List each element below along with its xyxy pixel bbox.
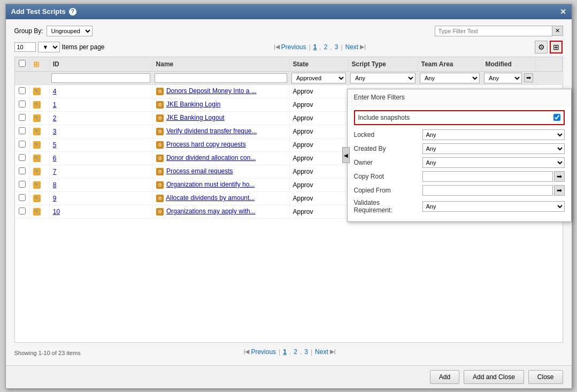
filter-teamarea-select[interactable]: Any xyxy=(420,73,480,83)
row-state: Approv xyxy=(293,88,313,95)
bottom-page-3-link[interactable]: 3 xyxy=(304,348,308,356)
filter-go-icon[interactable]: ➡ xyxy=(524,73,533,82)
row-checkbox-2[interactable] xyxy=(19,114,26,121)
select-all-checkbox[interactable] xyxy=(19,60,26,67)
row-icon-0: ⚙ xyxy=(156,88,164,95)
include-snapshots-checkbox[interactable] xyxy=(553,114,560,121)
add-button[interactable]: Add xyxy=(430,370,459,384)
row-checkbox-6[interactable] xyxy=(19,167,26,174)
last-page-icon[interactable]: ▶| xyxy=(360,43,366,50)
row-type-icon: 🔧 xyxy=(33,114,41,122)
copy-root-ref-button[interactable]: ➡ xyxy=(554,171,565,182)
bottom-first-page-icon[interactable]: |◀ xyxy=(244,348,250,355)
bottom-prev-page-link[interactable]: Previous xyxy=(251,348,276,356)
col-header-actions xyxy=(535,57,562,72)
owner-filter-row: Owner Any xyxy=(354,157,565,168)
row-name-link[interactable]: Organization must identify ho... xyxy=(166,181,255,188)
owner-select[interactable]: Any xyxy=(422,157,565,168)
filter-id-input[interactable] xyxy=(51,73,150,83)
close-icon[interactable]: ✕ xyxy=(560,7,566,16)
row-icon-3: ⚙ xyxy=(156,128,164,135)
row-name-link[interactable]: Organizations may apply with... xyxy=(166,207,256,215)
row-checkbox-4[interactable] xyxy=(19,141,26,148)
filter-clear-button[interactable]: ✕ xyxy=(552,26,563,36)
next-page-link[interactable]: Next xyxy=(345,43,359,51)
col-header-teamarea[interactable]: Team Area xyxy=(418,57,482,72)
row-icon-2: ⚙ xyxy=(156,114,164,122)
col-header-id[interactable]: ID xyxy=(49,57,152,72)
first-page-icon[interactable]: |◀ xyxy=(274,43,280,50)
help-icon[interactable]: ? xyxy=(69,8,76,16)
row-name-link[interactable]: JKE Banking Logout xyxy=(166,114,225,121)
owner-label: Owner xyxy=(354,159,418,166)
row-state: Approv xyxy=(293,128,313,135)
row-name-link[interactable]: Allocate dividends by amount... xyxy=(166,194,255,202)
copied-from-ref-button[interactable]: ➡ xyxy=(554,185,565,196)
row-name-link[interactable]: Verify dividend transfer freque... xyxy=(166,127,257,135)
row-type-icon: 🔧 xyxy=(33,181,41,189)
row-checkbox-7[interactable] xyxy=(19,181,26,188)
prev-page-link[interactable]: Previous xyxy=(281,43,306,51)
page-3-link[interactable]: 3 xyxy=(335,43,338,51)
col-header-groupicon: ⊞ xyxy=(30,57,50,72)
filter-state-select[interactable]: Approved Any Draft Retired xyxy=(291,73,346,83)
locked-filter-row: Locked Any Yes No xyxy=(354,129,565,140)
row-type-icon: 🔧 xyxy=(33,208,41,216)
col-header-state[interactable]: State xyxy=(289,57,348,72)
items-per-page-select[interactable]: ▼ xyxy=(38,42,60,52)
row-state: Approv xyxy=(293,155,313,162)
row-checkbox-1[interactable] xyxy=(19,101,26,107)
row-checkbox-8[interactable] xyxy=(19,194,26,201)
validates-req-select[interactable]: Any xyxy=(422,201,565,212)
column-settings-icon[interactable]: ⚙ xyxy=(535,41,548,53)
copied-from-input[interactable] xyxy=(422,185,553,196)
add-and-close-button[interactable]: Add and Close xyxy=(464,370,524,384)
row-id-link[interactable]: 6 xyxy=(53,155,57,162)
close-button[interactable]: Close xyxy=(528,370,563,384)
bottom-last-page-icon[interactable]: ▶| xyxy=(330,348,336,355)
row-id-link[interactable]: 4 xyxy=(53,88,57,95)
row-checkbox-5[interactable] xyxy=(19,154,26,161)
row-id-link[interactable]: 9 xyxy=(53,195,57,202)
filter-name-input[interactable] xyxy=(155,73,287,83)
group-by-select[interactable]: Ungrouped State Script Type Team Area xyxy=(47,26,93,36)
row-state: Approv xyxy=(293,141,313,149)
bottom-page-2-link[interactable]: 2 xyxy=(294,348,297,356)
row-name-link[interactable]: JKE Banking Login xyxy=(166,101,220,108)
filter-scripttype-select[interactable]: Any Manual Automated xyxy=(350,73,416,83)
page-2-link[interactable]: 2 xyxy=(324,43,328,51)
bottom-pagination-links: |◀ Previous | 1 , 2 , 3 | Next ▶| xyxy=(244,345,336,359)
filter-text-input[interactable] xyxy=(435,26,552,36)
row-id-link[interactable]: 10 xyxy=(53,208,60,216)
row-id-link[interactable]: 7 xyxy=(53,168,57,175)
locked-select[interactable]: Any Yes No xyxy=(422,129,565,140)
row-checkbox-9[interactable] xyxy=(19,207,26,214)
row-name-link[interactable]: Donors Deposit Money Into a ... xyxy=(166,87,257,95)
row-checkbox-0[interactable] xyxy=(19,87,26,94)
row-id-link[interactable]: 8 xyxy=(53,181,57,189)
row-name-link[interactable]: Process hard copy requests xyxy=(166,141,246,148)
row-id-link[interactable]: 3 xyxy=(53,128,57,135)
include-snapshots-row: Include snapshots xyxy=(354,110,565,125)
row-name-link[interactable]: Donor dividend allocation con... xyxy=(166,154,256,162)
page-1-link[interactable]: 1 xyxy=(313,43,317,51)
bottom-page-1-link[interactable]: 1 xyxy=(283,348,287,356)
col-header-modified[interactable]: Modified xyxy=(482,57,535,72)
bottom-next-page-link[interactable]: Next xyxy=(315,348,328,356)
col-header-name[interactable]: Name xyxy=(152,57,289,72)
row-id-link[interactable]: 1 xyxy=(53,101,57,109)
row-checkbox-3[interactable] xyxy=(19,127,26,134)
row-state: Approv xyxy=(293,114,313,122)
row-name-link[interactable]: Process email requests xyxy=(166,167,233,175)
row-id-link[interactable]: 2 xyxy=(53,114,57,122)
created-by-select[interactable]: Any xyxy=(422,143,565,154)
col-header-scripttype[interactable]: Script Type xyxy=(348,57,418,72)
row-id-link[interactable]: 5 xyxy=(53,141,57,149)
add-filter-icon[interactable]: ⊞ xyxy=(550,41,563,53)
filter-popup-expand-tab[interactable]: ◀ xyxy=(342,147,350,163)
filter-modified-select[interactable]: Any xyxy=(484,73,522,83)
copy-root-input[interactable] xyxy=(422,171,553,182)
items-per-page-input[interactable] xyxy=(14,42,36,52)
group-by-control: Group By: Ungrouped State Script Type Te… xyxy=(14,26,93,36)
filter-popup-header: Enter More Filters xyxy=(348,89,571,106)
